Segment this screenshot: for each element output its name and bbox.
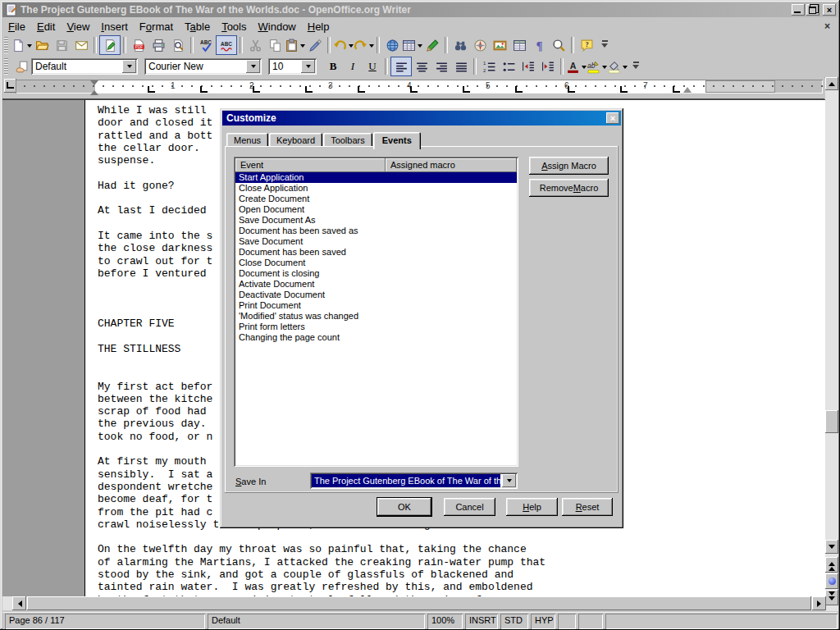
tab-stop-marker[interactable]: [515, 86, 523, 93]
tab-stop-marker[interactable]: [410, 86, 418, 93]
print-file-button[interactable]: [148, 35, 168, 55]
spellcheck-button[interactable]: ABC: [196, 35, 216, 55]
close-document-icon[interactable]: ×: [822, 21, 833, 32]
previous-page-icon[interactable]: [825, 557, 838, 573]
undo-button[interactable]: [333, 35, 354, 55]
help-button[interactable]: ?: [577, 35, 596, 55]
toolbar-grip[interactable]: [4, 37, 8, 53]
dialog-title-bar[interactable]: Customize ×: [222, 111, 621, 126]
chevron-down-icon[interactable]: [502, 474, 516, 487]
align-right-button[interactable]: [431, 57, 451, 76]
toolbar-overflow-icon[interactable]: [631, 58, 641, 75]
event-list[interactable]: EventAssigned macro Start ApplicationClo…: [234, 157, 518, 467]
bold-button[interactable]: B: [323, 57, 343, 76]
copy-button[interactable]: [265, 35, 285, 55]
paragraph-style-value[interactable]: Default: [31, 58, 121, 75]
navigator-button[interactable]: [470, 35, 490, 55]
tab-stop-marker[interactable]: [568, 86, 575, 93]
scroll-up-icon[interactable]: [825, 77, 838, 90]
chevron-down-icon[interactable]: [301, 60, 315, 73]
right-indent-marker[interactable]: [683, 83, 692, 93]
horizontal-ruler[interactable]: 1234567: [16, 80, 823, 94]
styles-button[interactable]: [11, 57, 31, 76]
chevron-down-icon[interactable]: [246, 60, 260, 73]
underline-button[interactable]: U: [363, 57, 382, 76]
event-list-item[interactable]: Activate Document: [235, 279, 517, 290]
draw-functions-button[interactable]: [422, 35, 442, 55]
tab-stop-marker[interactable]: [305, 86, 313, 93]
zoom-level[interactable]: 100%: [427, 614, 463, 629]
remove-macro-button[interactable]: Remove Macro: [529, 179, 609, 197]
new-document-button[interactable]: [11, 35, 32, 55]
event-list-item[interactable]: Document has been saved: [235, 247, 517, 258]
vertical-scroll-thumb[interactable]: [825, 410, 838, 433]
menu-view[interactable]: View: [61, 19, 95, 34]
bullet-list-button[interactable]: [499, 57, 518, 76]
tab-events[interactable]: Events: [373, 132, 421, 149]
page-indicator[interactable]: Page 86 / 117: [5, 614, 205, 629]
event-list-item[interactable]: Document has been saved as: [235, 226, 517, 236]
hyperlink-button[interactable]: [382, 35, 402, 55]
tab-type-button[interactable]: [4, 79, 16, 93]
font-size-combo[interactable]: 10: [268, 58, 317, 75]
font-name-value[interactable]: Courier New: [144, 58, 244, 75]
scroll-left-icon[interactable]: [12, 596, 26, 610]
event-list-item[interactable]: Open Document: [235, 204, 517, 215]
ok-button[interactable]: OK: [377, 498, 431, 516]
scroll-right-icon[interactable]: [812, 596, 826, 610]
next-page-icon[interactable]: [825, 590, 838, 605]
event-list-item[interactable]: Deactivate Document: [235, 290, 517, 300]
menu-help[interactable]: Help: [302, 19, 336, 34]
save-document-button[interactable]: [52, 35, 71, 55]
navigation-dot-icon[interactable]: [825, 573, 838, 589]
menu-file[interactable]: File: [2, 19, 31, 34]
tab-stop-marker[interactable]: [620, 86, 628, 93]
zoom-button[interactable]: [549, 35, 568, 55]
menu-format[interactable]: Format: [134, 19, 179, 34]
decrease-indent-button[interactable]: [518, 57, 538, 76]
horizontal-scrollbar[interactable]: [2, 596, 826, 610]
event-list-item[interactable]: Create Document: [235, 194, 517, 204]
export-pdf-button[interactable]: PDF: [129, 35, 148, 55]
first-line-indent-marker[interactable]: [90, 80, 98, 89]
scroll-down-icon[interactable]: [825, 540, 838, 554]
tab-stop-marker[interactable]: [253, 86, 260, 93]
title-bar[interactable]: The Project Gutenberg EBook of The War o…: [2, 2, 838, 17]
cut-button[interactable]: [245, 35, 265, 55]
tab-stop-marker[interactable]: [148, 86, 155, 93]
event-list-item[interactable]: Document is closing: [235, 268, 517, 279]
numbered-list-button[interactable]: 12: [479, 57, 499, 76]
event-list-item[interactable]: Start Application: [235, 172, 517, 183]
menu-edit[interactable]: Edit: [31, 19, 61, 34]
send-email-button[interactable]: [71, 35, 91, 55]
dropdown-arrow-icon[interactable]: [369, 44, 374, 50]
page-preview-button[interactable]: [168, 35, 188, 55]
background-color-button[interactable]: [607, 57, 628, 76]
increase-indent-button[interactable]: [538, 57, 558, 76]
reset-button[interactable]: Reset: [562, 498, 613, 516]
event-list-item[interactable]: Changing the page count: [235, 332, 517, 343]
event-list-item[interactable]: 'Modified' status was changed: [235, 311, 517, 322]
tab-stop-marker[interactable]: [463, 86, 470, 93]
paragraph-style-combo[interactable]: Default: [31, 58, 138, 75]
edit-file-button[interactable]: [99, 35, 121, 55]
tab-stop-marker[interactable]: [200, 86, 208, 93]
help-button[interactable]: Help: [506, 498, 558, 516]
vertical-scrollbar[interactable]: [825, 77, 838, 611]
close-button[interactable]: ×: [823, 4, 836, 16]
chevron-down-icon[interactable]: [122, 60, 136, 73]
menu-insert[interactable]: Insert: [95, 19, 134, 34]
italic-button[interactable]: I: [343, 57, 363, 76]
align-justify-button[interactable]: [451, 57, 471, 76]
find-replace-button[interactable]: [450, 35, 470, 55]
format-paintbrush-button[interactable]: [305, 35, 325, 55]
highlighting-button[interactable]: ab: [587, 57, 607, 76]
cancel-button[interactable]: Cancel: [444, 498, 495, 516]
event-list-item[interactable]: Close Document: [235, 258, 517, 268]
event-list-item[interactable]: Save Document As: [235, 215, 517, 226]
paste-button[interactable]: [285, 35, 305, 55]
event-list-body[interactable]: Start ApplicationClose ApplicationCreate…: [235, 172, 517, 465]
hyperlink-mode[interactable]: HYP: [531, 614, 555, 629]
assign-macro-button[interactable]: Assign Macro: [529, 157, 609, 175]
tab-stop-marker[interactable]: [673, 86, 680, 93]
